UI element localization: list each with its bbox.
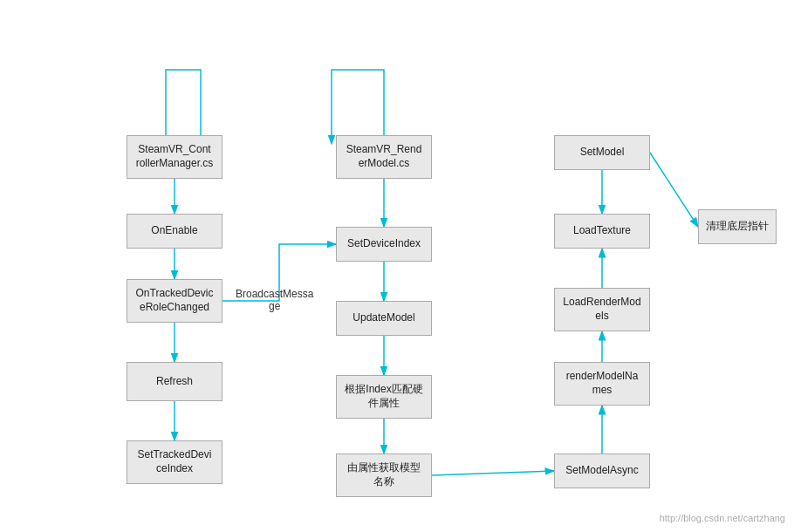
node-n2: OnEnable bbox=[127, 214, 222, 249]
node-n6: SteamVR_Rend erModel.cs bbox=[336, 135, 432, 179]
node-n9: 根据Index匹配硬 件属性 bbox=[336, 375, 432, 419]
svg-line-13 bbox=[432, 471, 554, 475]
node-n12: LoadTexture bbox=[554, 214, 650, 249]
arrows-svg bbox=[0, 0, 794, 532]
node-n1: SteamVR_Cont rollerManager.cs bbox=[127, 135, 222, 179]
node-n11: SetModel bbox=[554, 135, 650, 170]
node-n7: SetDeviceIndex bbox=[336, 227, 432, 262]
node-n16: 清理底层指针 bbox=[698, 209, 777, 244]
node-n4: Refresh bbox=[127, 362, 222, 401]
node-n10: 由属性获取模型 名称 bbox=[336, 454, 432, 497]
node-n8: UpdateModel bbox=[336, 301, 432, 336]
node-n15: SetModelAsync bbox=[554, 454, 650, 488]
node-n13: LoadRenderMod els bbox=[554, 288, 650, 331]
watermark: http://blog.csdn.net/cartzhang bbox=[660, 513, 785, 523]
diagram-container: SteamVR_Cont rollerManager.csOnEnableOnT… bbox=[0, 0, 794, 532]
svg-line-14 bbox=[650, 153, 698, 227]
label-0: BroadcastMessa ge bbox=[236, 288, 313, 312]
node-n14: renderModelNa mes bbox=[554, 362, 650, 406]
node-n5: SetTrackedDevi ceIndex bbox=[127, 440, 222, 484]
node-n3: OnTrackedDevic eRoleChanged bbox=[127, 279, 222, 323]
